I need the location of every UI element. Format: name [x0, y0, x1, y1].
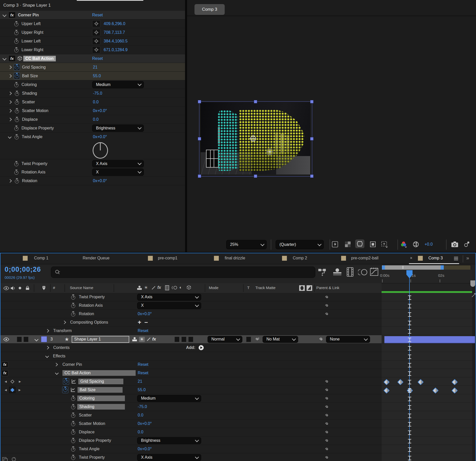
fast-previews-icon[interactable]: [330, 240, 340, 249]
target-point-button[interactable]: [92, 29, 100, 36]
keyframe-at-time-box[interactable]: [9, 387, 15, 393]
panel-divider[interactable]: [185, 0, 187, 252]
right-gutter[interactable]: [472, 283, 475, 461]
viewer-tab-comp3[interactable]: Comp 3: [194, 4, 225, 15]
selection-handle[interactable]: [198, 174, 201, 178]
coloring-dropdown[interactable]: Medium: [137, 395, 201, 402]
reset-link[interactable]: Reset: [92, 56, 103, 61]
pick-whip-icon[interactable]: [324, 438, 329, 443]
show-snapshot-icon[interactable]: [462, 240, 471, 249]
chevron-right-icon[interactable]: [46, 329, 49, 333]
selection-handle[interactable]: [310, 137, 313, 140]
work-area-end-handle[interactable]: [441, 265, 444, 270]
prev-keyframe-icon[interactable]: ◀: [5, 380, 7, 383]
reset-link[interactable]: Reset: [138, 328, 148, 333]
tab-render-queue[interactable]: Render Queue: [83, 256, 110, 260]
tab-comp3-active[interactable]: Comp 3: [428, 256, 443, 260]
exposure-shutter-icon[interactable]: [411, 240, 420, 249]
pick-whip-icon[interactable]: [324, 388, 329, 392]
mini-flowchart-icon[interactable]: [318, 268, 327, 276]
stopwatch-enabled-icon[interactable]: [14, 64, 20, 71]
stopwatch-enabled-icon[interactable]: [62, 387, 68, 393]
rotation-axis-dropdown[interactable]: X: [137, 302, 201, 309]
target-point-button[interactable]: [92, 20, 100, 27]
selection-handle[interactable]: [198, 100, 201, 103]
tab-overflow-icon[interactable]: »: [466, 255, 469, 261]
audio-icon[interactable]: [10, 286, 15, 290]
add-shape-button[interactable]: [199, 345, 204, 350]
remove-compositing-option-button[interactable]: −: [144, 319, 148, 326]
anchor-point[interactable]: [250, 136, 256, 141]
chevron-right-icon[interactable]: [46, 346, 49, 349]
reset-link[interactable]: Reset: [138, 371, 148, 375]
solo-toggle-box[interactable]: [24, 337, 28, 342]
effect-header-ball-action[interactable]: fx CC Ball Action Reset: [0, 54, 185, 63]
chevron-right-icon[interactable]: [62, 321, 66, 324]
lock-icon[interactable]: [26, 286, 29, 290]
stopwatch-icon[interactable]: [71, 397, 75, 401]
parent-pick-whip-icon[interactable]: [319, 337, 323, 342]
comp-marker-bin-icon[interactable]: [470, 280, 475, 287]
column-mode[interactable]: Mode: [209, 286, 219, 290]
tab-comp2[interactable]: Comp 2: [293, 256, 307, 260]
property-value[interactable]: 409.6,296.0: [104, 21, 125, 26]
displace-property-dropdown[interactable]: Brightness: [137, 437, 201, 444]
stopwatch-icon[interactable]: [15, 101, 19, 105]
selection-handle[interactable]: [254, 174, 257, 178]
stopwatch-icon[interactable]: [15, 109, 19, 113]
magnification-dropdown[interactable]: 25%: [226, 240, 267, 249]
frame-blending-icon[interactable]: [346, 267, 354, 277]
pick-whip-icon[interactable]: [324, 312, 329, 316]
column-source-name[interactable]: Source Name: [70, 286, 93, 290]
audio-toggle-box[interactable]: [17, 337, 22, 342]
coloring-dropdown[interactable]: Medium: [92, 81, 144, 88]
preserve-transparency-box[interactable]: [246, 337, 251, 342]
chevron-right-icon[interactable]: [8, 179, 12, 182]
current-timecode[interactable]: 0;00;00;26: [5, 266, 41, 273]
add-keyframe-diamond-icon[interactable]: [10, 379, 15, 383]
graph-toggle-icon[interactable]: [472, 293, 476, 297]
time-ruler[interactable]: 0:00s 01s 02s: [382, 270, 472, 283]
stopwatch-icon[interactable]: [15, 135, 19, 139]
target-point-button[interactable]: [92, 38, 100, 45]
pick-whip-icon[interactable]: [324, 455, 329, 460]
eye-icon[interactable]: [3, 286, 9, 290]
chevron-right-icon[interactable]: [54, 363, 58, 366]
blend-mode-dropdown[interactable]: Normal: [208, 336, 242, 343]
chevron-right-icon[interactable]: [8, 117, 12, 121]
transparency-grid-icon[interactable]: [343, 240, 352, 249]
chevron-right-icon[interactable]: [8, 109, 12, 112]
collapse-transformations-icon[interactable]: [151, 286, 156, 290]
stopwatch-icon[interactable]: [14, 127, 18, 131]
close-icon[interactable]: ×: [410, 256, 412, 260]
stopwatch-icon[interactable]: [14, 162, 18, 166]
fx-badge-icon[interactable]: fx: [8, 55, 16, 62]
twist-property-dropdown[interactable]: X Axis: [92, 160, 144, 167]
stopwatch-icon[interactable]: [71, 295, 75, 300]
fx-toggle-icon[interactable]: fx: [152, 337, 156, 342]
shy-icon[interactable]: [137, 286, 142, 290]
prev-keyframe-icon[interactable]: ◀: [5, 388, 7, 392]
pick-whip-icon[interactable]: [324, 422, 329, 426]
effect-header-corner-pin[interactable]: fx Corner Pin Reset: [0, 11, 185, 19]
stopwatch-icon[interactable]: [71, 431, 75, 435]
adjustment-layer-icon[interactable]: ◐: [179, 285, 182, 290]
stopwatch-icon[interactable]: [14, 40, 18, 44]
keyframe-lane[interactable]: [382, 293, 472, 461]
stopwatch-icon[interactable]: [15, 179, 19, 183]
region-of-interest-icon[interactable]: [355, 239, 364, 248]
pick-whip-icon[interactable]: [324, 430, 329, 434]
preserve-transparency-icon[interactable]: [299, 285, 305, 291]
selection-handle[interactable]: [254, 100, 257, 103]
pick-whip-icon[interactable]: [324, 295, 329, 299]
column-t[interactable]: T: [247, 286, 250, 290]
selection-handle[interactable]: [198, 137, 201, 140]
panel-menu-icon[interactable]: [454, 257, 458, 260]
tab-comp1[interactable]: Comp 1: [34, 256, 48, 260]
stopwatch-icon[interactable]: [71, 405, 75, 409]
exposure-value[interactable]: +0.0: [425, 242, 433, 247]
snapshot-camera-icon[interactable]: [450, 240, 459, 249]
layer-duration-bar[interactable]: [384, 336, 475, 343]
stopwatch-icon[interactable]: [71, 312, 75, 316]
chevron-down-icon[interactable]: [3, 57, 7, 61]
